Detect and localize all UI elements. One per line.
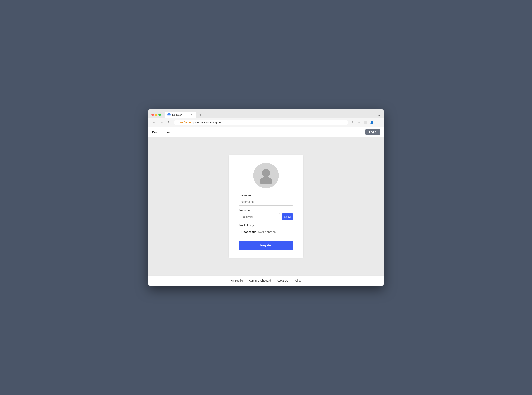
refresh-button[interactable]: ↻ <box>166 120 172 125</box>
profile-image-group: Profile Image: Choose file No file chose… <box>239 224 293 236</box>
password-label: Password: <box>239 209 293 212</box>
url-bar[interactable]: ⚠ Not Secure | food.stvya.com/register <box>174 120 348 125</box>
traffic-lights <box>151 114 161 116</box>
tab-favicon <box>168 113 171 116</box>
close-traffic-light[interactable] <box>151 114 154 116</box>
svg-point-3 <box>262 169 270 177</box>
avatar <box>253 163 279 188</box>
username-label: Username: <box>239 194 293 197</box>
app-navbar: Demo Home Login <box>148 127 384 137</box>
show-password-button[interactable]: Show <box>281 213 293 220</box>
share-button[interactable]: ⬆ <box>350 120 356 125</box>
address-bar: ← → ↻ ⚠ Not Secure | food.stvya.com/regi… <box>148 118 384 127</box>
register-button[interactable]: Register <box>239 241 293 250</box>
username-group: Username: <box>239 194 293 206</box>
security-text: Not Secure <box>180 121 191 124</box>
window-controls-right: ⌄ <box>378 113 381 117</box>
tab-close-button[interactable]: × <box>190 113 193 116</box>
file-input-wrap[interactable]: Choose file No file chosen <box>239 228 293 236</box>
maximize-traffic-light[interactable] <box>158 114 161 116</box>
security-warning: ⚠ Not Secure <box>177 121 191 124</box>
app-footer: My Profile Admin Dashboard About Us Poli… <box>148 275 384 286</box>
register-card: Username: Password: Show Profile Image: … <box>229 155 303 258</box>
url-text: food.stvya.com/register <box>195 121 221 124</box>
choose-file-button[interactable]: Choose file <box>241 230 256 234</box>
bookmark-button[interactable]: ☆ <box>356 120 362 125</box>
footer-admin-dashboard[interactable]: Admin Dashboard <box>249 279 271 282</box>
new-tab-button[interactable]: + <box>198 112 203 117</box>
nav-home-link[interactable]: Home <box>163 130 171 134</box>
address-actions: ⬆ ☆ ⬜ 👤 ⋮ <box>350 120 381 125</box>
footer-my-profile[interactable]: My Profile <box>231 279 243 282</box>
minimize-traffic-light[interactable] <box>155 114 157 116</box>
username-input[interactable] <box>239 198 293 206</box>
warning-icon: ⚠ <box>177 121 179 124</box>
reader-mode-button[interactable]: ⬜ <box>363 120 368 125</box>
address-divider: | <box>193 121 194 124</box>
password-group: Password: Show <box>239 209 293 220</box>
more-options-button[interactable]: ⋮ <box>375 120 381 125</box>
main-content: Username: Password: Show Profile Image: … <box>148 137 384 275</box>
no-file-text: No file chosen <box>258 230 276 234</box>
back-button[interactable]: ← <box>151 120 157 125</box>
footer-about-us[interactable]: About Us <box>277 279 288 282</box>
tab-title-text: Register <box>172 113 182 116</box>
forward-button[interactable]: → <box>159 120 164 125</box>
login-button[interactable]: Login <box>365 129 380 135</box>
password-row: Show <box>239 213 293 220</box>
browser-tab[interactable]: Register × <box>165 112 196 118</box>
password-input[interactable] <box>239 213 280 220</box>
profile-button[interactable]: 👤 <box>369 120 374 125</box>
profile-image-label: Profile Image: <box>239 224 293 227</box>
footer-policy[interactable]: Policy <box>294 279 301 282</box>
svg-point-4 <box>259 177 273 184</box>
nav-brand[interactable]: Demo <box>152 130 160 134</box>
